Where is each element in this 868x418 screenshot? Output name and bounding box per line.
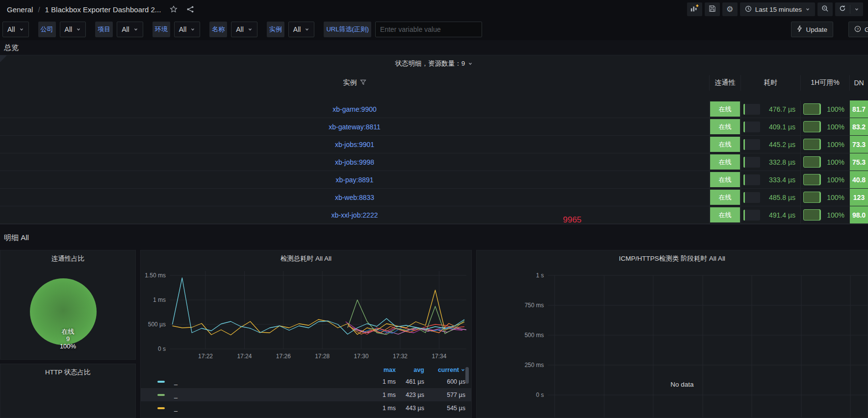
- legend-row[interactable]: _1 ms423 µs577 µs: [141, 388, 471, 401]
- instance-link[interactable]: xb-jobs:9998: [335, 158, 374, 166]
- availability-cell: 100%: [800, 153, 849, 171]
- pie-labels: 在线 9 100%: [0, 328, 135, 350]
- legend-sort-current[interactable]: current: [424, 367, 465, 373]
- top-navbar: General / 1 Blackbox Exporter Dashboard …: [0, 0, 868, 19]
- refresh-button[interactable]: [835, 2, 850, 16]
- chevron-down-icon: [468, 61, 473, 66]
- legend-max-value: 1 ms: [355, 378, 396, 385]
- dashboard-settings-button[interactable]: ⚙: [722, 2, 738, 16]
- table-header-row: 实例 连通性 耗时 1H可用% DN: [0, 75, 868, 91]
- latency-gauge: [743, 210, 760, 221]
- variables-list: 型All公司All项目All环境All名称All实例AllURL筛选(正则): [0, 22, 482, 37]
- legend-series-label[interactable]: _: [170, 378, 355, 385]
- availability-cell: 100%: [800, 136, 849, 153]
- legend-row[interactable]: _1 ms443 µs545 µs: [141, 401, 471, 415]
- breadcrumb-folder[interactable]: General: [7, 5, 33, 14]
- save-dashboard-button[interactable]: [705, 2, 720, 16]
- latency-gauge: [743, 192, 760, 203]
- instance-link[interactable]: xb-xxl-job:2222: [332, 211, 378, 219]
- status-table-panel-header[interactable]: 状态明细，资源数量：9: [0, 55, 868, 72]
- legend-swatch: [157, 407, 165, 409]
- latency-value: 485.8 µs: [760, 194, 795, 201]
- latency-value: 491.4 µs: [760, 211, 795, 219]
- legend-avg-value: 443 µs: [396, 405, 424, 412]
- instance-link[interactable]: xb-pay:8891: [335, 176, 373, 184]
- column-header-connectivity[interactable]: 连通性: [709, 75, 740, 91]
- legend-series-label[interactable]: _: [170, 405, 355, 412]
- time-range-picker[interactable]: Last 15 minutes: [740, 2, 815, 16]
- svg-text:17:24: 17:24: [237, 353, 252, 360]
- availability-value: 100%: [821, 158, 844, 166]
- availability-value: 100%: [821, 211, 844, 219]
- status-badge: 在线: [710, 119, 740, 134]
- star-icon[interactable]: [170, 5, 178, 13]
- latency-cell: 476.7 µs: [740, 100, 800, 118]
- stage-chart[interactable]: 1 s750 ms500 ms250 ms0 sNo data: [477, 250, 868, 418]
- column-header-dns[interactable]: DN: [849, 75, 868, 91]
- legend-sort-max[interactable]: max: [355, 367, 396, 373]
- question-circle-icon: ?: [854, 25, 861, 34]
- legend-row[interactable]: _1 ms461 µs600 µs: [141, 375, 471, 388]
- column-header-instance[interactable]: 实例: [0, 75, 709, 91]
- availability-gauge: [803, 156, 821, 168]
- chart-legend: max avg current _1 ms461 µs600 µs_1 ms42…: [141, 365, 471, 415]
- svg-text:17:28: 17:28: [315, 353, 330, 360]
- variable-value-dropdown[interactable]: All: [60, 22, 86, 37]
- instance-cell: xb-pay:8891: [0, 171, 709, 188]
- legend-current-value: 600 µs: [424, 378, 465, 385]
- instance-link[interactable]: xb-web:8833: [335, 194, 374, 201]
- section-row-detail[interactable]: 明细 All: [4, 233, 29, 243]
- dashboard-title[interactable]: 1 Blackbox Exporter Dashboard 2...: [45, 5, 161, 14]
- instance-link[interactable]: xb-game:9900: [332, 105, 377, 113]
- availability-gauge: [803, 103, 821, 115]
- table-row: xb-jobs:9901在线445.2 µs100%73.3: [0, 136, 868, 153]
- variable-group: 型All: [0, 22, 29, 37]
- legend-avg-value: 461 µs: [396, 378, 424, 385]
- share-icon[interactable]: [186, 5, 194, 13]
- instance-cell: xb-web:8833: [0, 189, 709, 206]
- http-panel-header[interactable]: HTTP 状态占比: [0, 364, 135, 381]
- instance-link[interactable]: xb-jobs:9901: [335, 141, 374, 148]
- variable-value-dropdown[interactable]: All: [2, 22, 29, 37]
- connectivity-cell: 在线: [709, 100, 740, 118]
- legend-scrollbar[interactable]: [465, 367, 469, 384]
- variable-value-dropdown[interactable]: All: [231, 22, 257, 37]
- filter-icon[interactable]: [360, 79, 366, 87]
- instance-link[interactable]: xb-gateway:8811: [329, 123, 381, 131]
- zoom-out-button[interactable]: [817, 2, 833, 16]
- column-header-availability[interactable]: 1H可用%: [800, 75, 849, 91]
- availability-value: 100%: [821, 176, 844, 184]
- connectivity-cell: 在线: [709, 189, 740, 206]
- connectivity-cell: 在线: [709, 153, 740, 171]
- column-header-latency[interactable]: 耗时: [740, 75, 800, 91]
- pie-panel-header[interactable]: 连通性占比: [0, 250, 135, 267]
- connectivity-cell: 在线: [709, 118, 740, 135]
- variable-value-dropdown[interactable]: All: [174, 22, 201, 37]
- variable-label: 名称: [209, 22, 227, 37]
- chevron-down-icon: [190, 27, 195, 32]
- legend-series-label[interactable]: _: [170, 392, 355, 398]
- git-button[interactable]: ? Git: [848, 22, 868, 37]
- stage-timing-panel: ICMP/HTTPS检测类 阶段耗时 All All 1 s750 ms500 …: [476, 250, 868, 418]
- legend-sort-avg[interactable]: avg: [396, 367, 424, 373]
- chevron-down-icon: [854, 5, 859, 14]
- variable-value-dropdown[interactable]: All: [117, 22, 143, 37]
- variable-value-dropdown[interactable]: All: [288, 22, 315, 37]
- update-button[interactable]: Update: [791, 22, 833, 37]
- chevron-down-icon: [133, 27, 138, 32]
- variable-value: All: [7, 25, 15, 33]
- latency-line-chart[interactable]: 1.50 ms1 ms500 µs0 s17:2217:2417:2617:28…: [141, 262, 472, 366]
- git-label: Git: [865, 26, 868, 33]
- status-badge: 在线: [710, 190, 740, 205]
- section-row-overview[interactable]: 总览: [4, 43, 19, 52]
- legend-swatch: [157, 381, 165, 383]
- legend-header-row: max avg current: [141, 365, 471, 375]
- svg-text:?: ?: [857, 26, 859, 31]
- variable-value-input[interactable]: [375, 22, 482, 37]
- add-panel-button[interactable]: [687, 2, 702, 16]
- section-title: 明细 All: [4, 233, 29, 243]
- refresh-interval-dropdown[interactable]: [850, 2, 863, 16]
- variable-value: All: [293, 25, 301, 33]
- pie-slice-percent: 100%: [0, 343, 135, 350]
- variable-group: 实例All: [267, 22, 315, 37]
